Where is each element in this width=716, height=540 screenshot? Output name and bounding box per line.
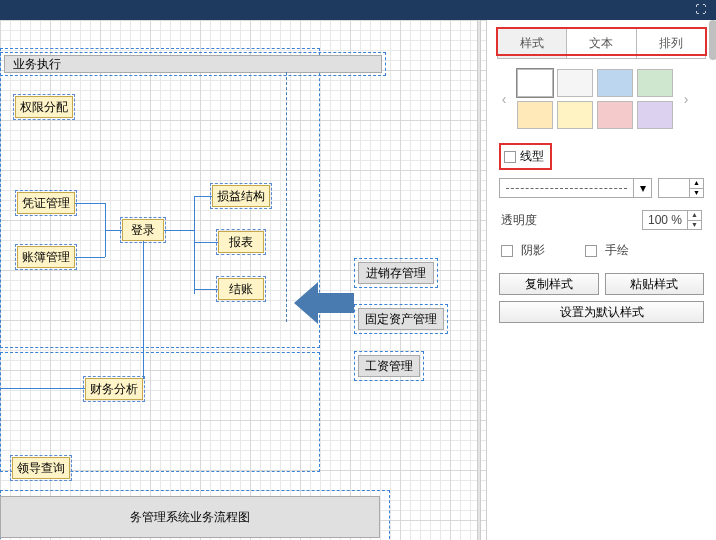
line-type-label: 线型 — [520, 148, 544, 165]
node-permission[interactable]: 权限分配 — [15, 96, 73, 118]
step-down-icon[interactable]: ▼ — [690, 189, 703, 198]
section-header-label: 业务执行 — [13, 56, 61, 73]
swatch[interactable] — [557, 69, 593, 97]
fullscreen-icon[interactable]: ⛶ — [695, 3, 706, 15]
step-down-icon[interactable]: ▼ — [688, 221, 701, 230]
swatch-next-icon[interactable]: › — [679, 91, 693, 107]
color-swatches — [517, 69, 673, 129]
swatch[interactable] — [517, 69, 553, 97]
node-closing[interactable]: 结账 — [218, 278, 264, 300]
tab-arrange[interactable]: 排列 — [637, 29, 705, 58]
node-report[interactable]: 报表 — [218, 231, 264, 253]
selection-group — [0, 352, 320, 472]
swatch[interactable] — [557, 101, 593, 129]
swatch[interactable] — [517, 101, 553, 129]
hand-drawn-checkbox[interactable] — [585, 245, 597, 257]
line-type-checkbox[interactable] — [504, 151, 516, 163]
line-style-select[interactable]: ▾ — [499, 178, 652, 198]
set-default-style-button[interactable]: 设置为默认样式 — [499, 301, 704, 323]
paste-style-button[interactable]: 粘贴样式 — [605, 273, 705, 295]
swatch[interactable] — [637, 101, 673, 129]
node-finance[interactable]: 财务分析 — [85, 378, 143, 400]
diagram-title-bar[interactable]: 务管理系统业务流程图 — [0, 496, 380, 538]
node-ledger[interactable]: 账簿管理 — [17, 246, 75, 268]
node-login[interactable]: 登录 — [122, 219, 164, 241]
scrollbar-thumb[interactable] — [709, 20, 716, 60]
node-pl[interactable]: 损益结构 — [212, 185, 270, 207]
opacity-label: 透明度 — [501, 212, 537, 229]
swatch[interactable] — [597, 101, 633, 129]
tab-style[interactable]: 样式 — [498, 29, 567, 58]
chevron-down-icon: ▾ — [633, 179, 651, 197]
node-voucher[interactable]: 凭证管理 — [17, 192, 75, 214]
node-leader[interactable]: 领导查询 — [12, 457, 70, 479]
copy-style-button[interactable]: 复制样式 — [499, 273, 599, 295]
diagram-canvas[interactable]: 业务执行 权限分配 凭证管理 登录 账簿管理 损益结构 报表 结账 财务分析 领… — [0, 20, 486, 540]
step-up-icon[interactable]: ▲ — [688, 211, 701, 221]
swatch[interactable] — [597, 69, 633, 97]
panel-splitter[interactable] — [477, 20, 481, 540]
opacity-stepper[interactable]: 100 % ▲▼ — [642, 210, 702, 230]
big-arrow-icon[interactable] — [294, 282, 354, 324]
tab-text[interactable]: 文本 — [567, 29, 636, 58]
swatch-prev-icon[interactable]: ‹ — [497, 91, 511, 107]
section-header[interactable]: 业务执行 — [4, 55, 382, 73]
shadow-checkbox[interactable] — [501, 245, 513, 257]
format-panel: 样式 文本 排列 ‹ › — [486, 20, 716, 540]
swatch[interactable] — [637, 69, 673, 97]
line-width-stepper[interactable]: ▲▼ — [658, 178, 704, 198]
window-titlebar: ⛶ — [0, 0, 716, 20]
highlight-annotation: 线型 — [499, 143, 552, 170]
step-up-icon[interactable]: ▲ — [690, 179, 703, 189]
panel-tabs: 样式 文本 排列 — [497, 28, 706, 59]
